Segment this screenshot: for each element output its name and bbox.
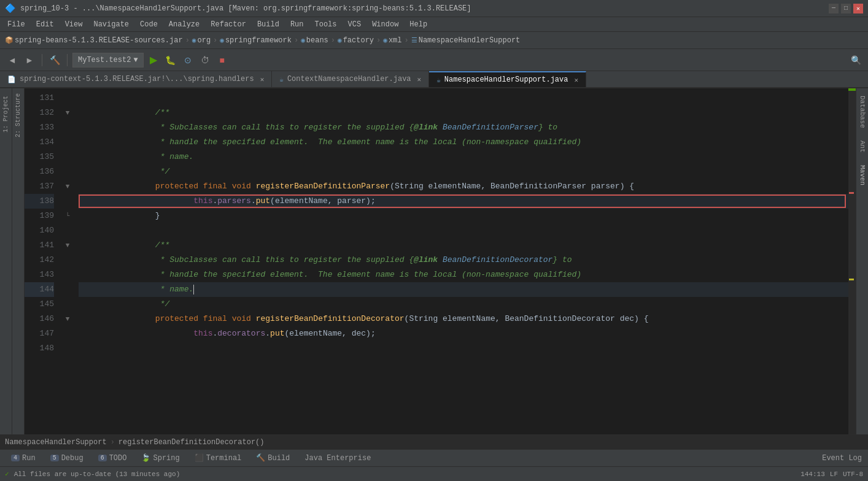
profile-button[interactable]: ⏱: [198, 53, 212, 67]
maximize-button[interactable]: □: [841, 4, 851, 13]
status-position[interactable]: 144:13: [800, 471, 825, 478]
coverage-button[interactable]: ⊙: [180, 53, 195, 67]
app-icon: 🔷: [5, 3, 15, 13]
tab-context-handler[interactable]: ☕ ContextNamespaceHandler.java ✕: [272, 71, 429, 87]
editor-tabs: 📄 spring-context-5.1.3.RELEASE.jar!\...\…: [0, 71, 868, 88]
code-line-140: [79, 223, 848, 238]
breadcrumb-beans[interactable]: beans: [306, 36, 328, 45]
breadcrumb-factory[interactable]: factory: [343, 36, 374, 45]
stop-button[interactable]: ■: [215, 53, 230, 67]
spring-tab-label: Spring: [153, 454, 179, 463]
code-line-132: /**: [79, 106, 848, 120]
tab-spring-handlers[interactable]: 📄 spring-context-5.1.3.RELEASE.jar!\...\…: [0, 71, 272, 87]
menu-navigate[interactable]: Navigate: [88, 19, 134, 30]
build-icon: 🔨: [256, 453, 265, 463]
code-line-145: */: [79, 297, 848, 312]
bottom-tab-terminal[interactable]: ⬛ Terminal: [188, 450, 248, 466]
menu-edit[interactable]: Edit: [31, 19, 59, 30]
breadcrumb-bar: 📦 spring-beans-5.1.3.RELEASE-sources.jar…: [0, 32, 868, 49]
run-tab-label: Run: [22, 454, 36, 463]
editor-area: 131 132 133 134 135 136 137 138 139 140 …: [25, 88, 856, 434]
code-line-136: */: [79, 164, 848, 179]
bottom-tab-spring[interactable]: 🍃 Spring: [135, 450, 185, 466]
sidebar-item-project[interactable]: 1: Project: [2, 96, 9, 133]
chevron-down-icon: ▼: [133, 56, 138, 64]
menu-file[interactable]: File: [2, 19, 30, 30]
breadcrumb-class[interactable]: NamespaceHandlerSupport: [419, 36, 521, 45]
bottom-tab-todo[interactable]: 6 TODO: [92, 450, 133, 466]
bottom-tab-build[interactable]: 🔨 Build: [250, 450, 296, 466]
tab-close-handlers[interactable]: ✕: [260, 75, 265, 83]
menu-help[interactable]: Help: [405, 19, 432, 30]
status-bar: ✓ All files are up-to-date (13 minutes a…: [0, 466, 868, 481]
menu-tools[interactable]: Tools: [310, 19, 342, 30]
status-right: 144:13 LF UTF-8: [800, 471, 863, 478]
class-icon: ☰: [411, 36, 417, 44]
jar-icon: 📦: [5, 36, 14, 44]
run-config-label: MyTest.test2: [78, 56, 131, 64]
menu-window[interactable]: Window: [367, 19, 403, 30]
sidebar-item-structure[interactable]: 2: Structure: [15, 93, 21, 137]
menu-view[interactable]: View: [60, 19, 88, 30]
menu-run[interactable]: Run: [285, 19, 309, 30]
todo-tab-label: TODO: [109, 454, 127, 463]
status-line-ending[interactable]: LF: [830, 471, 838, 478]
code-line-147: this.decorators.put(elementName, dec);: [79, 326, 848, 341]
package-icon-3: ◉: [301, 36, 305, 44]
bottom-tab-java-enterprise[interactable]: Java Enterprise: [298, 450, 377, 466]
bottom-tab-debug[interactable]: 5 Debug: [44, 450, 90, 466]
search-everywhere-button[interactable]: 🔍: [848, 53, 863, 67]
breadcrumb-org[interactable]: org: [197, 36, 211, 45]
menu-build[interactable]: Build: [252, 19, 284, 30]
tab-close-namespace[interactable]: ✕: [574, 76, 578, 84]
status-message: All files are up-to-date (13 minutes ago…: [14, 471, 180, 478]
gutter-close-139: └: [66, 212, 70, 220]
close-button[interactable]: ✕: [853, 4, 863, 13]
menu-refactor[interactable]: Refactor: [206, 19, 251, 30]
event-log-label: Event Log: [822, 454, 862, 463]
minimize-button[interactable]: ─: [829, 4, 839, 13]
code-content[interactable]: /** * Subclasses can call this to regist…: [74, 88, 848, 434]
right-tab-maven[interactable]: Maven: [857, 160, 868, 190]
menu-analyze[interactable]: Analyze: [164, 19, 204, 30]
menu-code[interactable]: Code: [135, 19, 163, 30]
java-file-icon-2: ☕: [436, 76, 441, 84]
package-icon-4: ◉: [338, 36, 342, 44]
breadcrumb-jar[interactable]: spring-beans-5.1.3.RELEASE-sources.jar: [15, 36, 183, 45]
bottom-tab-event-log[interactable]: Event Log: [816, 450, 868, 466]
tab-namespace-handler-support[interactable]: ☕ NamespaceHandlerSupport.java ✕: [429, 71, 586, 87]
tab-close-context[interactable]: ✕: [417, 75, 422, 83]
gutter-fold-141[interactable]: ▼: [66, 242, 70, 249]
debug-button[interactable]: 🐛: [163, 53, 178, 67]
code-editor[interactable]: 131 132 133 134 135 136 137 138 139 140 …: [25, 88, 856, 434]
right-tab-ant[interactable]: Ant: [857, 136, 868, 158]
back-button[interactable]: ◄: [5, 53, 20, 67]
run-button[interactable]: ▶: [146, 53, 161, 67]
breadcrumb-xml[interactable]: xml: [389, 36, 402, 45]
forward-button[interactable]: ►: [22, 53, 37, 67]
code-line-131: [79, 91, 848, 106]
code-line-134: * handle the specified element. The elem…: [79, 135, 848, 150]
java-enterprise-tab-label: Java Enterprise: [304, 454, 371, 463]
code-line-148: [79, 341, 848, 356]
gutter-fold-137[interactable]: ▼: [66, 183, 70, 190]
run-config-selector[interactable]: MyTest.test2 ▼: [72, 53, 144, 67]
gutter-fold-146[interactable]: ▼: [66, 315, 70, 323]
title-text: spring_10-3 - ...\NamespaceHandlerSuppor…: [20, 4, 471, 13]
nav-class[interactable]: NamespaceHandlerSupport: [5, 438, 107, 447]
status-encoding[interactable]: UTF-8: [843, 471, 863, 478]
build-button[interactable]: 🔨: [47, 53, 62, 67]
right-error-gutter: [848, 88, 856, 434]
menu-vcs[interactable]: VCS: [343, 19, 366, 30]
gutter-fold-132[interactable]: ▼: [66, 109, 70, 117]
breadcrumb-springframework[interactable]: springframework: [225, 36, 292, 45]
bottom-tabs: 4 Run 5 Debug 6 TODO 🍃 Spring ⬛ Terminal…: [0, 449, 868, 466]
code-line-139: }: [79, 209, 848, 223]
right-tab-database[interactable]: Database: [857, 91, 868, 133]
tab-label-handlers: spring-context-5.1.3.RELEASE.jar!\...\sp…: [20, 75, 254, 83]
nav-method[interactable]: registerBeanDefinitionDecorator(): [118, 438, 265, 447]
menu-bar: File Edit View Navigate Code Analyze Ref…: [0, 17, 868, 32]
code-line-143: * handle the specified element. The elem…: [79, 267, 848, 282]
code-line-133: * Subclasses can call this to register t…: [79, 120, 848, 135]
bottom-tab-run[interactable]: 4 Run: [5, 450, 42, 466]
